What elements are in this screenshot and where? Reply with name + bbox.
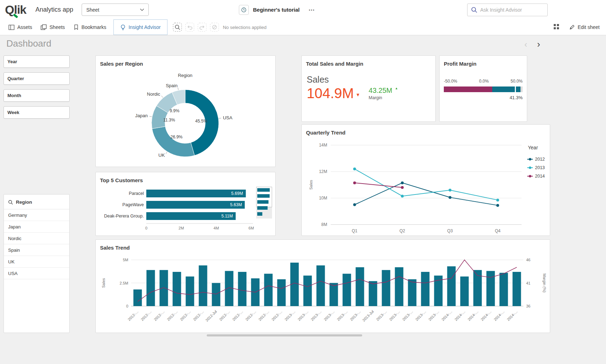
trend-up-icon: ▲: [395, 86, 398, 90]
svg-text:2013-…: 2013-…: [375, 309, 388, 322]
region-listbox-header[interactable]: Region: [4, 195, 69, 209]
filter-listbox-quarter[interactable]: Quarter: [4, 72, 70, 85]
chart-title: Top 5 Customers: [96, 172, 275, 183]
kpi-measure-label: Sales: [307, 74, 435, 85]
region-option-germany[interactable]: Germany: [4, 209, 69, 221]
region-option-spain[interactable]: Spain: [4, 244, 69, 256]
chart-title: Quarterly Trend: [302, 125, 550, 136]
svg-text:2012-…: 2012-…: [245, 309, 257, 322]
app-thumbnail-icon: [239, 5, 249, 15]
svg-text:Q3: Q3: [447, 228, 453, 233]
step-forward-button[interactable]: [197, 22, 207, 32]
svg-text:Japan: Japan: [135, 113, 148, 118]
previous-sheet-chevron-icon: ‹: [524, 40, 527, 49]
qlik-logo[interactable]: Qlik: [5, 3, 26, 17]
gauge-axis-ticks: -50.0% 0.0% 50.0%: [444, 79, 523, 84]
assets-button[interactable]: Assets: [8, 24, 32, 30]
top-5-customers-bar-chart[interactable]: 02M4M6MParacel5.69MPageWave5.63MDeak-Per…: [96, 183, 255, 236]
svg-text:14M: 14M: [319, 143, 327, 148]
filter-listbox-week[interactable]: Week: [4, 106, 70, 119]
svg-text:2012-…: 2012-…: [153, 309, 165, 322]
next-sheet-chevron-icon[interactable]: ›: [537, 39, 540, 50]
total-sales-margin-kpi-card[interactable]: Total Sales and Margin Sales 104.9M ▼ 43…: [301, 55, 436, 122]
region-option-japan[interactable]: Japan: [4, 221, 69, 233]
svg-text:2M: 2M: [178, 226, 184, 230]
svg-text:Paracel: Paracel: [129, 191, 144, 196]
gauge-tick-max: 50.0%: [511, 79, 523, 84]
filter-listbox-month[interactable]: Month: [4, 89, 70, 102]
region-option-nordic[interactable]: Nordic: [4, 233, 69, 244]
sheet-selector-dropdown[interactable]: Sheet: [82, 4, 149, 16]
gauge-tick-zero: 0.0%: [479, 79, 489, 84]
gauge-segment: [520, 86, 523, 92]
sheet-grid-view-button[interactable]: [553, 24, 559, 31]
svg-text:2013-…: 2013-…: [297, 309, 309, 322]
svg-text:2014-…: 2014-…: [480, 309, 492, 322]
svg-text:2013-…: 2013-…: [323, 309, 335, 322]
assets-panel-icon: [8, 25, 14, 30]
gauge-segment: [444, 86, 492, 92]
edit-sheet-label: Edit sheet: [578, 24, 600, 30]
selections-search-button[interactable]: [172, 22, 182, 32]
svg-text:6M: 6M: [248, 226, 254, 230]
svg-text:2013: 2013: [535, 165, 545, 170]
horizontal-scrollbar-thumb[interactable]: [207, 334, 362, 336]
insight-advisor-button[interactable]: Insight Advisor: [113, 19, 167, 35]
svg-text:Spain: Spain: [166, 83, 177, 88]
svg-text:Nordic: Nordic: [147, 91, 160, 97]
clear-selections-button[interactable]: [210, 22, 219, 32]
kpi-secondary-block: 43.25M ▲ Margin: [369, 86, 398, 100]
gauge-bullet-bar[interactable]: [444, 86, 523, 92]
more-options-button[interactable]: •••: [309, 8, 315, 12]
svg-text:2012: 2012: [535, 157, 545, 162]
svg-text:10M: 10M: [319, 196, 327, 201]
region-option-usa[interactable]: USA: [4, 268, 69, 279]
svg-text:9.9%: 9.9%: [170, 108, 180, 113]
top-bar: Qlik Analytics app Sheet Beginner's tuto…: [0, 0, 606, 19]
sheet-content: Dashboard ‹ › Year Quarter Month Week Re…: [0, 35, 606, 364]
svg-text:5M: 5M: [123, 258, 128, 262]
svg-text:Margin (%): Margin (%): [542, 274, 547, 293]
search-input[interactable]: [480, 7, 540, 13]
svg-text:5.11M: 5.11M: [221, 214, 233, 219]
svg-text:2012-Jul: 2012-Jul: [205, 309, 218, 322]
sheet-toolbar: Assets Sheets Bookmarks Insight Advisor …: [0, 19, 606, 35]
sheets-icon: [41, 24, 47, 30]
bar-chart-scroll-minimap[interactable]: [256, 187, 272, 219]
svg-text:2013-…: 2013-…: [388, 309, 401, 322]
insight-advisor-search[interactable]: [467, 4, 548, 16]
insight-advisor-label: Insight Advisor: [129, 24, 161, 30]
svg-text:Q1: Q1: [352, 228, 357, 233]
filter-listbox-year[interactable]: Year: [4, 55, 70, 68]
svg-text:2012-…: 2012-…: [192, 309, 205, 322]
svg-text:46: 46: [526, 258, 530, 262]
edit-sheet-button[interactable]: Edit sheet: [569, 24, 600, 30]
search-icon: [471, 7, 477, 13]
region-option-uk[interactable]: UK: [4, 256, 69, 268]
svg-text:2013-…: 2013-…: [310, 309, 322, 322]
step-back-button[interactable]: [185, 22, 195, 32]
kpi-main-value: 104.9M: [307, 85, 354, 101]
sales-per-region-donut-chart[interactable]: USA45.5%UK26.9%Japan11.3%Nordic9.9%Spain…: [96, 70, 275, 166]
quarterly-trend-card: Quarterly Trend 8M10M12M14MQ1Q2Q3Q4Sales…: [301, 124, 550, 236]
sales-trend-combo-chart[interactable]: 02.5M5M3641462012-…2012-…2012-…2012-…201…: [96, 252, 550, 332]
lightbulb-icon: [120, 24, 126, 30]
search-icon: [8, 200, 13, 205]
svg-text:2012-…: 2012-…: [218, 309, 231, 322]
svg-text:2012-…: 2012-…: [231, 309, 244, 322]
quarterly-trend-line-chart[interactable]: 8M10M12M14MQ1Q2Q3Q4SalesYear201220132014: [302, 139, 550, 234]
region-listbox: Region Germany Japan Nordic Spain UK USA: [4, 194, 70, 333]
bookmarks-button[interactable]: Bookmarks: [73, 24, 106, 30]
document-group: Beginner's tutorial •••: [239, 0, 315, 19]
bookmark-icon: [73, 24, 79, 30]
grid-view-icon: [553, 24, 559, 30]
bookmarks-label: Bookmarks: [82, 24, 106, 30]
svg-text:0: 0: [126, 304, 128, 308]
svg-text:45.5%: 45.5%: [195, 119, 207, 124]
svg-text:2013-…: 2013-…: [401, 309, 414, 322]
sheet-selector-value: Sheet: [86, 7, 99, 13]
svg-text:Deak-Perera Group.: Deak-Perera Group.: [104, 214, 144, 219]
svg-text:2014-…: 2014-…: [506, 309, 518, 322]
gauge-tick-min: -50.0%: [444, 79, 457, 84]
sheets-button[interactable]: Sheets: [41, 24, 65, 30]
